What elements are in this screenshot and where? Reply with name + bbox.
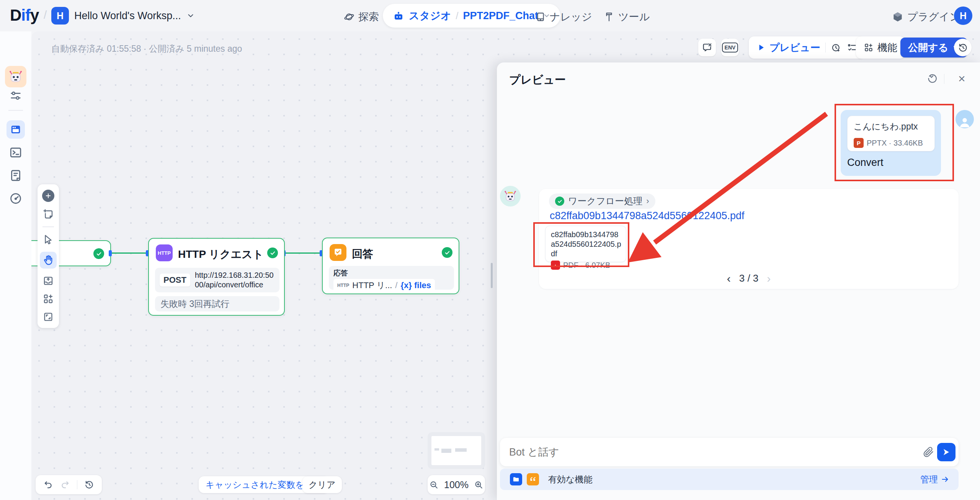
user-avatar[interactable]: H [954, 7, 972, 25]
uploaded-file-card[interactable]: こんにちわ.pptx P PPTX · 33.46KB [847, 116, 935, 151]
workflow-success-icon [555, 197, 564, 206]
bot-avatar-robot-icon [500, 186, 521, 207]
logs-document-icon[interactable] [9, 169, 23, 182]
hand-tool-icon-active[interactable] [40, 252, 57, 269]
export-import-icon[interactable] [42, 275, 54, 287]
version-history-button[interactable] [954, 39, 972, 56]
paperclip-attach-icon[interactable] [923, 446, 934, 458]
user-message-text: Convert [847, 157, 884, 169]
minimap-node [441, 449, 451, 453]
edge-handle[interactable] [109, 250, 112, 256]
sidebar-divider [8, 110, 23, 111]
http-node-icon: HTTP [156, 244, 173, 261]
zoom-out-icon[interactable] [429, 480, 439, 490]
chat-input[interactable] [509, 442, 915, 462]
preview-run-button[interactable]: プレビュー [756, 41, 820, 54]
pagination-next-icon[interactable]: › [767, 273, 771, 284]
env-variables-button[interactable]: ENV [721, 39, 739, 56]
success-check-icon [93, 248, 104, 259]
variable-pill: HTTP HTTP リ... / {x} files [333, 279, 435, 292]
features-label: 機能 [877, 41, 897, 54]
clear-label: クリア [309, 479, 336, 491]
zoom-level[interactable]: 100% [444, 479, 469, 490]
node-http-request[interactable]: HTTP HTTP リクエスト POST http://192.168.31.2… [148, 238, 285, 316]
success-check-icon [267, 248, 278, 258]
workspace-badge: H [51, 7, 69, 25]
settings-sliders-icon[interactable] [9, 89, 22, 102]
scrollbar-thumb[interactable] [491, 263, 493, 288]
grid-plus-icon [864, 43, 874, 52]
book-icon [535, 11, 546, 22]
close-panel-icon[interactable]: × [958, 72, 965, 85]
zoom-control: 100% [428, 475, 485, 494]
node-answer[interactable]: 回答 応答 HTTP HTTP リ... / {x} files [322, 238, 459, 294]
nav-tools[interactable]: ツール [604, 10, 650, 24]
palette-divider [42, 226, 54, 227]
active-features-label: 有効な機能 [548, 474, 593, 485]
chat-input-container [500, 438, 959, 466]
terminal-icon[interactable] [9, 146, 23, 159]
tab-studio[interactable]: スタジオ [409, 9, 451, 23]
breadcrumb-separator: / [44, 8, 47, 21]
play-icon [756, 43, 766, 52]
nav-knowledge[interactable]: ナレッジ [535, 10, 592, 24]
redo-icon[interactable] [60, 480, 70, 490]
change-history-icon[interactable] [84, 480, 94, 490]
cube-icon [892, 11, 903, 23]
manage-features-button[interactable]: 管理 [920, 474, 949, 485]
node-title: HTTP リクエスト [178, 247, 264, 262]
success-check-icon [442, 247, 452, 258]
annotation-button[interactable] [698, 39, 716, 56]
top-nav: Dify / H Hello World's Worksp... 探索 スタジオ… [0, 0, 980, 31]
minimap-node [455, 448, 467, 452]
zoom-in-icon[interactable] [474, 480, 483, 490]
run-history-icon[interactable] [831, 43, 841, 53]
file-name: こんにちわ.pptx [854, 121, 928, 133]
logo-letters-blue: if [21, 6, 30, 24]
nav-plugins-label: プラグイン [907, 10, 960, 24]
nav-explore[interactable]: 探索 [344, 10, 379, 24]
bot-message-bubble: ワークフロー処理 › c82ffab09b1344798a524d5560122… [539, 189, 959, 289]
http-retry-config: 失敗時 3回再試行 [155, 296, 279, 311]
citation-feature-icon [526, 472, 540, 486]
reset-conversation-icon[interactable] [926, 73, 938, 85]
add-note-icon[interactable] [42, 208, 54, 220]
minimap[interactable] [428, 432, 485, 469]
nav-studio-pill[interactable]: スタジオ / PPT2PDF_Chat [383, 4, 560, 28]
fit-view-icon[interactable] [42, 311, 54, 323]
http-request-config: POST http://192.168.31.20:5000/api/conve… [155, 268, 279, 292]
pdf-file-card[interactable]: c82ffab09b1344798a524d5560122405.pdf PDF… [545, 226, 626, 262]
add-node-icon[interactable] [42, 190, 54, 202]
clear-button[interactable]: クリア [302, 476, 342, 493]
controls-divider [77, 480, 77, 489]
pagination-prev-icon[interactable]: ‹ [727, 273, 731, 284]
http-method-badge: POST [160, 274, 190, 287]
dify-studio-app: Dify / H Hello World's Worksp... 探索 スタジオ… [0, 0, 980, 500]
nav-plugins[interactable]: プラグイン [892, 10, 960, 24]
toolbar-divider [825, 43, 826, 52]
pointer-tool-icon[interactable] [42, 234, 54, 245]
user-message-bubble: こんにちわ.pptx P PPTX · 33.46KB Convert [841, 110, 941, 176]
nav-explore-label: 探索 [358, 10, 379, 24]
hammer-tool-icon [604, 11, 614, 22]
workflow-process-toggle[interactable]: ワークフロー処理 › [549, 193, 655, 209]
workspace-switcher[interactable]: H Hello World's Worksp... [51, 7, 195, 25]
monitoring-gauge-icon[interactable] [9, 192, 23, 205]
publish-label: 公開する [908, 41, 948, 54]
minimap-node [434, 448, 439, 451]
arrow-right-icon [941, 475, 949, 484]
current-app-name[interactable]: PPT2PDF_Chat [463, 10, 538, 22]
app-robot-icon[interactable] [5, 66, 26, 87]
variable-name: {x} files [400, 280, 431, 290]
undo-icon[interactable] [43, 480, 53, 490]
send-button[interactable] [937, 443, 956, 461]
sidebar-item-orchestrate-active[interactable] [7, 120, 25, 139]
answer-output-label: 応答 [333, 268, 449, 278]
organize-blocks-icon[interactable] [42, 293, 54, 305]
features-button[interactable]: 機能 [856, 36, 905, 59]
dify-logo[interactable]: Dify [10, 6, 39, 25]
pdf-result-link[interactable]: c82ffab09b1344798a524d5560122405.pdf [550, 210, 745, 222]
logo-letter: y [30, 6, 39, 24]
pill-separator: / [456, 10, 459, 21]
edge-http-answer [285, 252, 322, 254]
